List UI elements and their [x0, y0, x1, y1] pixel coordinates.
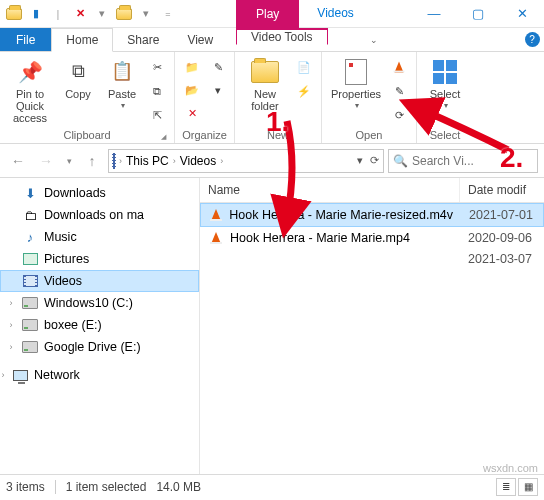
group-label-select: Select	[423, 128, 467, 143]
new-folder-button[interactable]: New folder	[241, 56, 289, 114]
file-list[interactable]: Name Date modif Hook Herrera - Marie Mar…	[200, 178, 544, 474]
group-label-clipboard: Clipboard	[6, 128, 168, 143]
watermark: wsxdn.com	[483, 462, 538, 474]
chevron-right-icon[interactable]: ›	[6, 320, 16, 330]
new-item-button[interactable]: 📄	[293, 56, 315, 78]
pin-icon: 📌	[16, 58, 44, 86]
folder-icon[interactable]	[4, 4, 24, 24]
refresh-button[interactable]: ⟳	[370, 154, 379, 167]
paste-icon: 📋	[108, 58, 136, 86]
column-headers[interactable]: Name Date modif	[200, 178, 544, 203]
pin-to-quick-access-button[interactable]: 📌 Pin to Quick access	[6, 56, 54, 126]
delete-button[interactable]: ✕	[181, 102, 203, 124]
qat-overflow[interactable]: =	[158, 4, 178, 24]
ribbon-collapse[interactable]: ⌄	[364, 28, 384, 51]
status-bar: 3 items 1 item selected 14.0 MB ≣ ▦	[0, 474, 544, 498]
drive-icon	[22, 295, 38, 311]
file-name: Hook Herrera - Marie Marie-resized.m4v	[229, 208, 453, 222]
nav-videos[interactable]: Videos	[0, 270, 199, 292]
qat-customize[interactable]: ▾	[92, 4, 112, 24]
file-row[interactable]: 2021-03-07	[200, 249, 544, 269]
up-button[interactable]: ↑	[80, 149, 104, 173]
nav-boxee[interactable]: ›boxee (E:)	[0, 314, 199, 336]
file-row[interactable]: Hook Herrera - Marie Marie.mp4 2020-09-0…	[200, 227, 544, 249]
nav-music[interactable]: ♪Music	[0, 226, 199, 248]
view-details-button[interactable]: ≣	[496, 478, 516, 496]
status-items: 3 items	[6, 480, 45, 494]
maximize-button[interactable]: ▢	[456, 0, 500, 28]
navigation-pane[interactable]: ⬇Downloads 🗀Downloads on ma ♪Music Pictu…	[0, 178, 200, 474]
copy-path-button[interactable]: ⧉	[146, 80, 168, 102]
file-date: 2020-09-06	[460, 230, 544, 246]
videos-icon	[22, 273, 38, 289]
videos-icon	[113, 154, 115, 168]
minimize-button[interactable]: —	[412, 0, 456, 28]
drive-icon	[22, 317, 38, 333]
nav-downloads-ma[interactable]: 🗀Downloads on ma	[0, 204, 199, 226]
nav-network[interactable]: ›Network	[0, 364, 199, 386]
help-button[interactable]: ?	[520, 28, 544, 51]
breadcrumb-this-pc[interactable]: This PC	[126, 154, 169, 168]
history-button[interactable]: ⟳	[388, 104, 410, 126]
open-button[interactable]	[388, 56, 410, 78]
search-box[interactable]: 🔍	[388, 149, 538, 173]
breadcrumb-videos[interactable]: Videos	[180, 154, 216, 168]
view-tab[interactable]: View	[173, 28, 227, 51]
back-button[interactable]: ←	[6, 149, 30, 173]
address-dropdown[interactable]: ▾	[357, 154, 363, 167]
file-date: 2021-03-07	[460, 251, 544, 267]
copy-to-button[interactable]: 📂	[181, 79, 203, 101]
close-button[interactable]: ✕	[500, 0, 544, 28]
paste-shortcut-button[interactable]: ⇱	[146, 104, 168, 126]
context-tab-play: Play	[236, 0, 299, 28]
view-large-button[interactable]: ▦	[518, 478, 538, 496]
chevron-right-icon[interactable]: ›	[6, 298, 16, 308]
group-open: Properties▾ ✎ ⟳ Open	[322, 52, 417, 143]
select-icon	[431, 58, 459, 86]
cut-button[interactable]: ✂	[146, 56, 168, 78]
copy-button[interactable]: ⧉ Copy	[58, 56, 98, 102]
explorer-body: ⬇Downloads 🗀Downloads on ma ♪Music Pictu…	[0, 178, 544, 474]
edit-button[interactable]: ✎	[388, 80, 410, 102]
organize-more[interactable]: ▾	[207, 79, 229, 101]
ribbon-tabs: File Home Share View Video Tools ⌄ ?	[0, 28, 544, 52]
nav-googledrive[interactable]: ›Google Drive (E:)	[0, 336, 199, 358]
quick-access-toolbar: ▮ | ✕ ▾ ▾ =	[0, 4, 182, 24]
recent-locations[interactable]: ▾	[62, 149, 76, 173]
group-label-open: Open	[328, 128, 410, 143]
network-icon	[12, 367, 28, 383]
share-tab[interactable]: Share	[113, 28, 173, 51]
address-bar[interactable]: › This PC › Videos › ▾ ⟳	[108, 149, 384, 173]
forward-button[interactable]: →	[34, 149, 58, 173]
nav-windows10[interactable]: ›Windows10 (C:)	[0, 292, 199, 314]
file-name: Hook Herrera - Marie Marie.mp4	[230, 231, 410, 245]
col-name[interactable]: Name	[200, 178, 460, 202]
properties-button[interactable]: Properties▾	[328, 56, 384, 113]
nav-downloads[interactable]: ⬇Downloads	[0, 182, 199, 204]
rename-button[interactable]: ✎	[207, 56, 229, 78]
copy-icon: ⧉	[64, 58, 92, 86]
qat-dropdown[interactable]: ▾	[136, 4, 156, 24]
select-button[interactable]: Select▾	[423, 56, 467, 113]
nav-pictures[interactable]: Pictures	[0, 248, 199, 270]
delete-icon[interactable]: ✕	[70, 4, 90, 24]
file-date: 2021-07-01	[461, 207, 543, 223]
easy-access-button[interactable]: ⚡	[293, 80, 315, 102]
music-icon: ♪	[22, 229, 38, 245]
properties-icon	[342, 58, 370, 86]
search-input[interactable]	[412, 154, 544, 168]
chevron-right-icon[interactable]: ›	[6, 342, 16, 352]
home-tab[interactable]: Home	[51, 28, 113, 52]
group-clipboard: 📌 Pin to Quick access ⧉ Copy 📋 Paste▾ ✂ …	[0, 52, 175, 143]
col-date[interactable]: Date modif	[460, 178, 544, 202]
vlc-icon	[208, 230, 224, 246]
move-to-button[interactable]: 📁	[181, 56, 203, 78]
chevron-right-icon[interactable]: ›	[0, 370, 8, 380]
file-tab[interactable]: File	[0, 28, 51, 51]
paste-button[interactable]: 📋 Paste▾	[102, 56, 142, 113]
save-icon[interactable]: ▮	[26, 4, 46, 24]
qat-sep: |	[48, 4, 68, 24]
file-row[interactable]: Hook Herrera - Marie Marie-resized.m4v 2…	[200, 203, 544, 227]
video-tools-tab[interactable]: Video Tools	[236, 28, 328, 45]
ribbon: 📌 Pin to Quick access ⧉ Copy 📋 Paste▾ ✂ …	[0, 52, 544, 144]
